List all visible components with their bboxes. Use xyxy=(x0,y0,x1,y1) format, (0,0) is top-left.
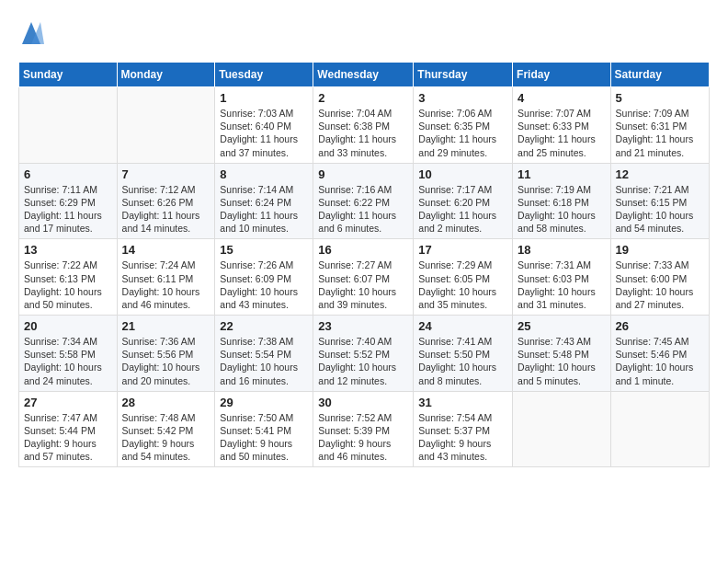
calendar-cell: 29Sunrise: 7:50 AM Sunset: 5:41 PM Dayli… xyxy=(215,391,313,467)
day-info: Sunrise: 7:12 AM Sunset: 6:26 PM Dayligh… xyxy=(122,183,210,236)
day-number: 24 xyxy=(418,319,507,333)
day-info: Sunrise: 7:38 AM Sunset: 5:54 PM Dayligh… xyxy=(220,335,308,387)
calendar-cell: 18Sunrise: 7:31 AM Sunset: 6:03 PM Dayli… xyxy=(513,239,611,316)
calendar: SundayMondayTuesdayWednesdayThursdayFrid… xyxy=(18,62,710,467)
day-number: 23 xyxy=(318,319,408,333)
day-number: 28 xyxy=(122,396,210,409)
day-number: 7 xyxy=(122,167,210,181)
calendar-cell: 23Sunrise: 7:40 AM Sunset: 5:52 PM Dayli… xyxy=(313,316,414,392)
day-number: 19 xyxy=(616,243,704,257)
calendar-cell xyxy=(513,391,611,467)
calendar-cell: 30Sunrise: 7:52 AM Sunset: 5:39 PM Dayli… xyxy=(313,391,414,467)
day-info: Sunrise: 7:34 AM Sunset: 5:58 PM Dayligh… xyxy=(24,335,112,387)
logo xyxy=(18,18,48,48)
calendar-cell: 6Sunrise: 7:11 AM Sunset: 6:29 PM Daylig… xyxy=(19,163,118,239)
calendar-cell: 14Sunrise: 7:24 AM Sunset: 6:11 PM Dayli… xyxy=(117,239,215,316)
calendar-header-row: SundayMondayTuesdayWednesdayThursdayFrid… xyxy=(19,63,710,87)
day-number: 26 xyxy=(616,319,704,333)
calendar-week-1: 1Sunrise: 7:03 AM Sunset: 6:40 PM Daylig… xyxy=(19,87,710,164)
calendar-cell: 3Sunrise: 7:06 AM Sunset: 6:35 PM Daylig… xyxy=(414,87,513,164)
day-number: 11 xyxy=(518,167,606,181)
column-header-tuesday: Tuesday xyxy=(215,63,313,87)
calendar-cell: 10Sunrise: 7:17 AM Sunset: 6:20 PM Dayli… xyxy=(414,163,513,239)
column-header-monday: Monday xyxy=(117,63,215,87)
day-info: Sunrise: 7:31 AM Sunset: 6:03 PM Dayligh… xyxy=(518,259,606,311)
day-info: Sunrise: 7:27 AM Sunset: 6:07 PM Dayligh… xyxy=(318,259,408,311)
calendar-cell: 11Sunrise: 7:19 AM Sunset: 6:18 PM Dayli… xyxy=(513,163,611,239)
day-number: 8 xyxy=(220,167,308,181)
calendar-cell: 4Sunrise: 7:07 AM Sunset: 6:33 PM Daylig… xyxy=(513,87,611,164)
column-header-saturday: Saturday xyxy=(610,63,709,87)
calendar-cell: 15Sunrise: 7:26 AM Sunset: 6:09 PM Dayli… xyxy=(215,239,313,316)
day-info: Sunrise: 7:47 AM Sunset: 5:44 PM Dayligh… xyxy=(24,411,112,464)
column-header-sunday: Sunday xyxy=(19,63,118,87)
calendar-cell: 25Sunrise: 7:43 AM Sunset: 5:48 PM Dayli… xyxy=(513,316,611,392)
day-info: Sunrise: 7:52 AM Sunset: 5:39 PM Dayligh… xyxy=(318,411,408,464)
day-info: Sunrise: 7:11 AM Sunset: 6:29 PM Dayligh… xyxy=(24,183,112,236)
day-number: 2 xyxy=(318,91,408,105)
day-info: Sunrise: 7:50 AM Sunset: 5:41 PM Dayligh… xyxy=(220,411,308,464)
calendar-cell: 7Sunrise: 7:12 AM Sunset: 6:26 PM Daylig… xyxy=(117,163,215,239)
day-number: 13 xyxy=(24,243,112,257)
day-number: 22 xyxy=(220,319,308,333)
calendar-cell: 12Sunrise: 7:21 AM Sunset: 6:15 PM Dayli… xyxy=(610,163,709,239)
day-info: Sunrise: 7:41 AM Sunset: 5:50 PM Dayligh… xyxy=(418,335,507,387)
column-header-friday: Friday xyxy=(513,63,611,87)
day-info: Sunrise: 7:21 AM Sunset: 6:15 PM Dayligh… xyxy=(616,183,704,236)
day-number: 29 xyxy=(220,396,308,409)
day-number: 1 xyxy=(220,91,308,105)
day-info: Sunrise: 7:24 AM Sunset: 6:11 PM Dayligh… xyxy=(122,259,210,311)
day-number: 30 xyxy=(318,396,408,409)
calendar-cell: 2Sunrise: 7:04 AM Sunset: 6:38 PM Daylig… xyxy=(313,87,414,164)
calendar-cell xyxy=(19,87,118,164)
calendar-cell: 16Sunrise: 7:27 AM Sunset: 6:07 PM Dayli… xyxy=(313,239,414,316)
calendar-week-3: 13Sunrise: 7:22 AM Sunset: 6:13 PM Dayli… xyxy=(19,239,710,316)
calendar-cell: 21Sunrise: 7:36 AM Sunset: 5:56 PM Dayli… xyxy=(117,316,215,392)
day-number: 25 xyxy=(518,319,606,333)
calendar-cell: 17Sunrise: 7:29 AM Sunset: 6:05 PM Dayli… xyxy=(414,239,513,316)
calendar-cell: 19Sunrise: 7:33 AM Sunset: 6:00 PM Dayli… xyxy=(610,239,709,316)
day-number: 6 xyxy=(24,167,112,181)
day-info: Sunrise: 7:54 AM Sunset: 5:37 PM Dayligh… xyxy=(418,411,507,464)
day-number: 15 xyxy=(220,243,308,257)
calendar-cell: 31Sunrise: 7:54 AM Sunset: 5:37 PM Dayli… xyxy=(414,391,513,467)
column-header-wednesday: Wednesday xyxy=(313,63,414,87)
day-number: 20 xyxy=(24,319,112,333)
day-number: 18 xyxy=(518,243,606,257)
day-info: Sunrise: 7:43 AM Sunset: 5:48 PM Dayligh… xyxy=(518,335,606,387)
page-header xyxy=(18,18,710,48)
calendar-cell: 1Sunrise: 7:03 AM Sunset: 6:40 PM Daylig… xyxy=(215,87,313,164)
day-info: Sunrise: 7:45 AM Sunset: 5:46 PM Dayligh… xyxy=(616,335,704,387)
day-number: 10 xyxy=(418,167,507,181)
day-info: Sunrise: 7:17 AM Sunset: 6:20 PM Dayligh… xyxy=(418,183,507,236)
day-info: Sunrise: 7:48 AM Sunset: 5:42 PM Dayligh… xyxy=(122,411,210,464)
day-info: Sunrise: 7:04 AM Sunset: 6:38 PM Dayligh… xyxy=(318,107,408,159)
calendar-cell: 20Sunrise: 7:34 AM Sunset: 5:58 PM Dayli… xyxy=(19,316,118,392)
day-info: Sunrise: 7:26 AM Sunset: 6:09 PM Dayligh… xyxy=(220,259,308,311)
day-number: 17 xyxy=(418,243,507,257)
day-number: 3 xyxy=(418,91,507,105)
day-number: 21 xyxy=(122,319,210,333)
day-number: 9 xyxy=(318,167,408,181)
calendar-cell xyxy=(610,391,709,467)
day-info: Sunrise: 7:14 AM Sunset: 6:24 PM Dayligh… xyxy=(220,183,308,236)
day-info: Sunrise: 7:16 AM Sunset: 6:22 PM Dayligh… xyxy=(318,183,408,236)
calendar-week-2: 6Sunrise: 7:11 AM Sunset: 6:29 PM Daylig… xyxy=(19,163,710,239)
column-header-thursday: Thursday xyxy=(414,63,513,87)
day-number: 16 xyxy=(318,243,408,257)
day-number: 4 xyxy=(518,91,606,105)
day-info: Sunrise: 7:06 AM Sunset: 6:35 PM Dayligh… xyxy=(418,107,507,159)
day-info: Sunrise: 7:07 AM Sunset: 6:33 PM Dayligh… xyxy=(518,107,606,159)
calendar-cell: 9Sunrise: 7:16 AM Sunset: 6:22 PM Daylig… xyxy=(313,163,414,239)
day-number: 31 xyxy=(418,396,507,409)
day-info: Sunrise: 7:33 AM Sunset: 6:00 PM Dayligh… xyxy=(616,259,704,311)
calendar-week-4: 20Sunrise: 7:34 AM Sunset: 5:58 PM Dayli… xyxy=(19,316,710,392)
calendar-cell: 27Sunrise: 7:47 AM Sunset: 5:44 PM Dayli… xyxy=(19,391,118,467)
calendar-cell xyxy=(117,87,215,164)
calendar-cell: 8Sunrise: 7:14 AM Sunset: 6:24 PM Daylig… xyxy=(215,163,313,239)
day-info: Sunrise: 7:40 AM Sunset: 5:52 PM Dayligh… xyxy=(318,335,408,387)
calendar-cell: 5Sunrise: 7:09 AM Sunset: 6:31 PM Daylig… xyxy=(610,87,709,164)
day-number: 5 xyxy=(616,91,704,105)
day-number: 12 xyxy=(616,167,704,181)
day-info: Sunrise: 7:03 AM Sunset: 6:40 PM Dayligh… xyxy=(220,107,308,159)
